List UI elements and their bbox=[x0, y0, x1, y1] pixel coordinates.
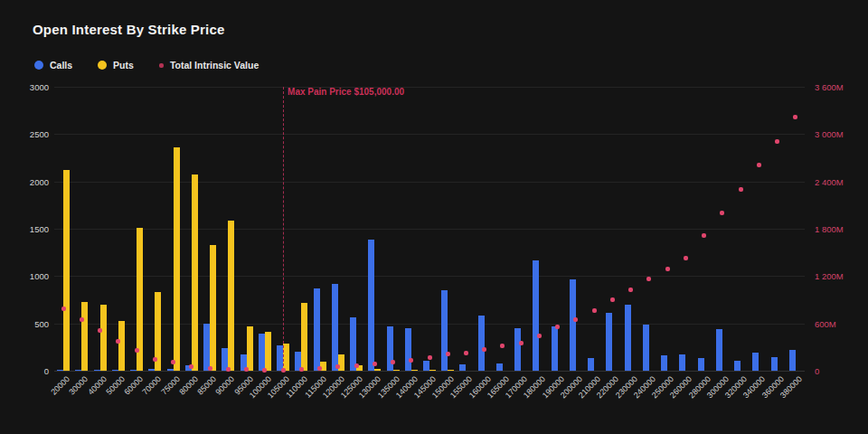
puts-bar[interactable] bbox=[174, 147, 180, 371]
intrinsic-value-dot[interactable] bbox=[757, 163, 761, 167]
intrinsic-value-dot[interactable] bbox=[555, 325, 560, 329]
puts-bar[interactable] bbox=[374, 369, 381, 371]
puts-bar[interactable] bbox=[301, 303, 307, 371]
calls-bar[interactable] bbox=[459, 364, 466, 371]
legend-item-total-intrinsic-value[interactable]: Total Intrinsic Value bbox=[159, 60, 259, 71]
calls-bar[interactable] bbox=[332, 284, 338, 371]
intrinsic-value-dot[interactable] bbox=[628, 288, 633, 292]
intrinsic-value-dot[interactable] bbox=[428, 355, 432, 360]
calls-bar[interactable] bbox=[643, 325, 649, 371]
calls-bar[interactable] bbox=[203, 324, 210, 371]
puts-bar[interactable] bbox=[81, 302, 88, 371]
calls-bar[interactable] bbox=[698, 358, 704, 371]
intrinsic-value-dot[interactable] bbox=[500, 344, 505, 348]
right-axis-tick-label: 0 bbox=[815, 366, 819, 376]
intrinsic-value-dot[interactable] bbox=[153, 357, 157, 362]
puts-bar[interactable] bbox=[411, 370, 418, 371]
calls-bar[interactable] bbox=[405, 328, 411, 371]
calls-bar[interactable] bbox=[148, 369, 155, 371]
puts-bar[interactable] bbox=[247, 326, 253, 371]
calls-bar[interactable] bbox=[679, 354, 685, 371]
intrinsic-value-dot[interactable] bbox=[244, 367, 249, 372]
puts-bar[interactable] bbox=[265, 332, 271, 371]
calls-bar[interactable] bbox=[661, 355, 667, 371]
puts-bar[interactable] bbox=[393, 370, 400, 371]
calls-bar[interactable] bbox=[716, 329, 722, 371]
intrinsic-value-dot[interactable] bbox=[299, 367, 304, 372]
intrinsic-value-dot[interactable] bbox=[684, 256, 688, 260]
calls-bar[interactable] bbox=[314, 288, 320, 371]
calls-bar[interactable] bbox=[588, 358, 594, 371]
calls-bar[interactable] bbox=[771, 357, 778, 371]
intrinsic-value-dot[interactable] bbox=[519, 341, 524, 345]
intrinsic-value-dot[interactable] bbox=[226, 367, 231, 372]
calls-bar[interactable] bbox=[734, 361, 741, 372]
calls-bar[interactable] bbox=[789, 350, 796, 371]
intrinsic-value-dot[interactable] bbox=[446, 352, 450, 356]
intrinsic-value-dot[interactable] bbox=[208, 366, 212, 371]
calls-bar[interactable] bbox=[625, 305, 631, 371]
intrinsic-value-dot[interactable] bbox=[373, 362, 377, 366]
intrinsic-value-dot[interactable] bbox=[262, 368, 267, 373]
intrinsic-value-dot[interactable] bbox=[665, 267, 670, 271]
puts-bar[interactable] bbox=[448, 370, 454, 371]
gridline bbox=[54, 371, 805, 372]
calls-bar[interactable] bbox=[514, 328, 521, 371]
puts-bar[interactable] bbox=[283, 344, 289, 371]
intrinsic-value-dot[interactable] bbox=[592, 308, 597, 313]
calls-bar[interactable] bbox=[533, 260, 539, 371]
legend-item-puts[interactable]: Puts bbox=[98, 60, 134, 71]
legend-item-calls[interactable]: Calls bbox=[34, 60, 72, 71]
calls-bar[interactable] bbox=[368, 240, 374, 371]
puts-bar[interactable] bbox=[429, 370, 436, 371]
intrinsic-value-dot[interactable] bbox=[702, 233, 706, 238]
calls-bar[interactable] bbox=[423, 361, 429, 372]
left-axis-tick-label: 500 bbox=[0, 319, 49, 329]
intrinsic-value-dot[interactable] bbox=[610, 297, 615, 302]
intrinsic-value-dot[interactable] bbox=[775, 139, 779, 144]
intrinsic-value-dot[interactable] bbox=[482, 347, 486, 352]
calls-bar[interactable] bbox=[570, 279, 576, 371]
calls-bar[interactable] bbox=[94, 370, 100, 371]
intrinsic-value-dot[interactable] bbox=[739, 187, 743, 192]
puts-bar[interactable] bbox=[210, 245, 216, 371]
calls-bar[interactable] bbox=[496, 363, 503, 371]
calls-bar[interactable] bbox=[606, 313, 612, 371]
calls-swatch-icon bbox=[34, 61, 43, 70]
calls-bar[interactable] bbox=[57, 370, 63, 371]
intrinsic-value-dot[interactable] bbox=[281, 368, 286, 373]
calls-bar[interactable] bbox=[167, 369, 174, 371]
calls-bar[interactable] bbox=[441, 290, 448, 371]
intrinsic-value-dot[interactable] bbox=[98, 328, 102, 333]
calls-bar[interactable] bbox=[552, 326, 558, 371]
intrinsic-value-dot[interactable] bbox=[720, 211, 724, 215]
intrinsic-value-dot[interactable] bbox=[354, 363, 359, 368]
calls-bar[interactable] bbox=[130, 370, 137, 371]
right-y-axis: 0600M1 200M1 800M2 400M3 000M3 600M bbox=[815, 87, 867, 371]
intrinsic-value-dot[interactable] bbox=[537, 334, 542, 338]
puts-bar[interactable] bbox=[228, 221, 234, 371]
intrinsic-value-dot[interactable] bbox=[189, 364, 193, 369]
intrinsic-value-dot[interactable] bbox=[464, 351, 468, 355]
puts-bar[interactable] bbox=[63, 170, 70, 371]
calls-bar[interactable] bbox=[277, 345, 283, 371]
intrinsic-value-dot[interactable] bbox=[171, 360, 175, 364]
puts-bar[interactable] bbox=[192, 175, 198, 371]
intrinsic-value-dot[interactable] bbox=[646, 277, 651, 281]
calls-bar[interactable] bbox=[112, 370, 118, 371]
intrinsic-value-dot[interactable] bbox=[317, 366, 322, 371]
calls-bar[interactable] bbox=[752, 353, 759, 371]
intrinsic-value-dot[interactable] bbox=[116, 339, 120, 344]
calls-bar[interactable] bbox=[259, 334, 265, 371]
intrinsic-value-dot[interactable] bbox=[409, 358, 413, 363]
intrinsic-value-dot[interactable] bbox=[793, 115, 797, 119]
intrinsic-value-dot[interactable] bbox=[391, 360, 395, 364]
calls-bar[interactable] bbox=[478, 316, 485, 371]
intrinsic-value-dot[interactable] bbox=[573, 317, 578, 322]
puts-bar[interactable] bbox=[118, 321, 125, 371]
intrinsic-value-dot[interactable] bbox=[80, 317, 84, 322]
calls-bar[interactable] bbox=[75, 370, 81, 371]
intrinsic-value-dot[interactable] bbox=[61, 307, 66, 311]
intrinsic-value-dot[interactable] bbox=[135, 348, 139, 353]
puts-bar[interactable] bbox=[100, 305, 107, 371]
